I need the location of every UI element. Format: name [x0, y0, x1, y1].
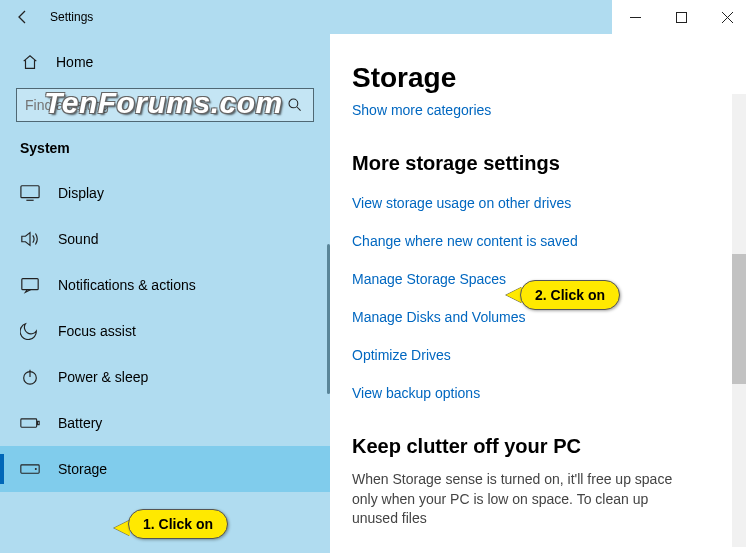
sidebar-item-label: Focus assist [58, 323, 136, 339]
power-icon [20, 367, 40, 387]
more-settings-heading: More storage settings [352, 152, 720, 175]
sidebar: Home System Display Sound Notifications … [0, 34, 330, 553]
svg-point-1 [289, 99, 298, 108]
svg-rect-5 [21, 419, 37, 427]
sidebar-item-sound[interactable]: Sound [0, 216, 330, 262]
keep-clutter-heading: Keep clutter off your PC [352, 435, 720, 458]
home-label: Home [56, 54, 93, 70]
search-box[interactable] [16, 88, 314, 122]
svg-rect-3 [22, 279, 38, 290]
home-icon [20, 52, 40, 72]
close-button[interactable] [704, 0, 750, 34]
titlebar: Settings [0, 0, 750, 34]
window-controls [612, 0, 750, 34]
svg-point-8 [35, 468, 37, 470]
page-title: Storage [352, 62, 720, 94]
nav-list: Display Sound Notifications & actions Fo… [0, 170, 330, 492]
callout-1: 1. Click on [128, 509, 228, 539]
notifications-icon [20, 275, 40, 295]
sidebar-item-label: Battery [58, 415, 102, 431]
show-more-categories-link[interactable]: Show more categories [352, 102, 720, 118]
keep-clutter-text: When Storage sense is turned on, it'll f… [352, 470, 692, 529]
svg-rect-6 [38, 421, 40, 424]
sidebar-item-display[interactable]: Display [0, 170, 330, 216]
svg-rect-2 [21, 186, 39, 198]
back-button[interactable] [0, 0, 46, 34]
sidebar-item-power-sleep[interactable]: Power & sleep [0, 354, 330, 400]
link-manage-disks-volumes[interactable]: Manage Disks and Volumes [352, 309, 720, 325]
sidebar-item-label: Storage [58, 461, 107, 477]
sidebar-item-label: Notifications & actions [58, 277, 196, 293]
link-view-storage-usage[interactable]: View storage usage on other drives [352, 195, 720, 211]
callout-2: 2. Click on [520, 280, 620, 310]
display-icon [20, 183, 40, 203]
sidebar-item-label: Power & sleep [58, 369, 148, 385]
section-label: System [0, 132, 330, 170]
link-view-backup-options[interactable]: View backup options [352, 385, 720, 401]
battery-icon [20, 413, 40, 433]
main-scroll-thumb[interactable] [732, 254, 746, 384]
sidebar-item-label: Sound [58, 231, 98, 247]
window-title: Settings [50, 10, 93, 24]
search-icon [285, 95, 305, 115]
svg-rect-0 [676, 12, 686, 22]
maximize-button[interactable] [658, 0, 704, 34]
sidebar-item-label: Display [58, 185, 104, 201]
sidebar-home[interactable]: Home [0, 42, 330, 82]
search-input[interactable] [25, 97, 277, 113]
storage-icon [20, 459, 40, 479]
link-change-new-content[interactable]: Change where new content is saved [352, 233, 720, 249]
focus-assist-icon [20, 321, 40, 341]
sidebar-item-notifications[interactable]: Notifications & actions [0, 262, 330, 308]
sound-icon [20, 229, 40, 249]
sidebar-item-focus-assist[interactable]: Focus assist [0, 308, 330, 354]
minimize-button[interactable] [612, 0, 658, 34]
sidebar-item-storage[interactable]: Storage [0, 446, 330, 492]
sidebar-item-battery[interactable]: Battery [0, 400, 330, 446]
link-optimize-drives[interactable]: Optimize Drives [352, 347, 720, 363]
